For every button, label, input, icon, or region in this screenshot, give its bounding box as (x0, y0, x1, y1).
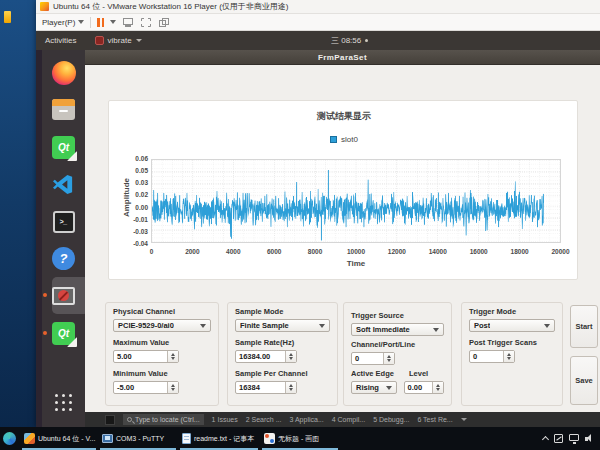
panel-search[interactable]: 2 Search ... (246, 416, 282, 423)
spin-arrows-icon[interactable] (167, 351, 178, 362)
spin-arrows-icon[interactable] (503, 351, 514, 362)
suspend-vm-icon[interactable] (97, 18, 104, 27)
taskbar-putty[interactable]: COM3 - PuTTY (98, 427, 178, 450)
qt-creator-icon: Qt (52, 136, 75, 159)
chart-legend: slot0 (109, 135, 579, 144)
help-icon: ? (52, 247, 75, 270)
spin-arrows-icon[interactable] (383, 353, 394, 364)
menu-separator (90, 17, 91, 28)
group-physical-channel: Physical Channel PCIE-9529-0/ai0 Maximum… (105, 302, 219, 406)
y-tick-label: 0.02 (135, 190, 148, 199)
pen-input-icon[interactable] (554, 434, 563, 443)
maximum-value-spinner[interactable]: 5.00 (113, 350, 179, 363)
y-tick-label: 0.03 (135, 178, 148, 187)
dock-app-grid[interactable] (49, 388, 78, 417)
group-sample: Sample Mode Finite Sample Sample Rate(Hz… (227, 302, 338, 406)
sample-rate-label: Sample Rate(Hz) (235, 338, 330, 348)
qtcreator-bottom-bar: Type to locate (Ctrl... 1 Issues 2 Searc… (85, 412, 600, 427)
trigger-mode-combo[interactable]: Post (469, 319, 555, 332)
spin-arrows-icon[interactable] (285, 382, 296, 393)
qtcreator-mode-icon[interactable] (105, 415, 115, 425)
level-spinner[interactable]: 0.00 (404, 381, 444, 394)
group-trigger-mode: Trigger Mode Post Post Trigger Scans 0 (461, 302, 563, 406)
vmware-icon (24, 433, 35, 444)
start-button[interactable]: Start (570, 305, 598, 348)
desktop-screen: Ubuntu 64 位 - VMware Workstation 16 Play… (0, 0, 600, 450)
vmware-window: Ubuntu 64 位 - VMware Workstation 16 Play… (36, 0, 600, 427)
physical-channel-combo[interactable]: PCIE-9529-0/ai0 (113, 319, 211, 332)
panel-application-output[interactable]: 3 Applica... (289, 416, 323, 423)
trigger-mode-label: Trigger Mode (469, 307, 555, 317)
chevron-down-icon[interactable] (110, 20, 116, 24)
app-grid-icon (55, 394, 73, 412)
sample-mode-combo[interactable]: Finite Sample (235, 319, 330, 332)
tray-expand-icon[interactable] (542, 436, 549, 443)
taskbar-paint[interactable]: 无标题 - 画图 (260, 427, 340, 450)
save-button[interactable]: Save (570, 356, 598, 405)
locator-field[interactable]: Type to locate (Ctrl... (123, 414, 204, 425)
trigger-source-label: Trigger Source (351, 311, 444, 321)
frmparaset-titlebar[interactable]: FrmParaSet (85, 50, 600, 65)
focused-app-icon (95, 36, 104, 45)
dock-help[interactable]: ? (49, 244, 78, 273)
spin-arrows-icon[interactable] (432, 382, 443, 393)
dock-qt-app[interactable]: Qt (49, 319, 78, 348)
y-axis-ticks: 0.060.050.030.020.00-0.01-0.03-0.04 (119, 154, 148, 248)
panel-test-results[interactable]: 6 Test Re... (417, 416, 452, 423)
chevron-down-icon (544, 324, 550, 328)
panel-compile-output[interactable]: 4 Compil... (332, 416, 365, 423)
spin-arrows-icon[interactable] (285, 351, 296, 362)
clock-menu[interactable]: 三 08:56 (331, 31, 368, 50)
panel-debugger[interactable]: 5 Debugg... (373, 416, 409, 423)
notification-dot-icon (365, 39, 368, 42)
waveform-plot (151, 159, 561, 243)
x-tick-label: 16000 (458, 248, 499, 255)
post-trigger-scans-spinner[interactable]: 0 (469, 350, 515, 363)
x-tick-label: 2000 (172, 248, 213, 255)
fullscreen-icon[interactable] (140, 17, 152, 28)
dock-screen-recorder[interactable] (49, 281, 78, 310)
ubuntu-topbar: Activities vibrate 三 08:56 (36, 31, 600, 50)
panel-issues[interactable]: 1 Issues (212, 416, 238, 423)
player-menu[interactable]: Player(P) (42, 18, 84, 27)
group-trigger-source: Trigger Source Soft Immediate Channel/Po… (343, 302, 452, 406)
x-tick-label: 14000 (417, 248, 458, 255)
x-axis-ticks: 0200040006000800010000120001400016000180… (131, 248, 581, 255)
desktop-shortcut-icon[interactable] (4, 11, 11, 23)
minimum-value-spinner[interactable]: -5.00 (113, 381, 179, 394)
chevron-down-icon (78, 20, 84, 24)
y-tick-label: -0.04 (133, 239, 148, 248)
trigger-source-combo[interactable]: Soft Immediate (351, 323, 444, 336)
putty-icon (102, 434, 113, 443)
search-icon (127, 417, 132, 422)
dock-qt-creator[interactable]: Qt (49, 133, 78, 162)
post-trigger-scans-label: Post Trigger Scans (469, 338, 555, 348)
x-tick-label: 12000 (376, 248, 417, 255)
taskbar-notepad[interactable]: readme.txt - 记事本 (178, 427, 260, 450)
sample-rate-spinner[interactable]: 16384.00 (235, 350, 297, 363)
x-axis-title: Time (151, 259, 561, 268)
vscode-icon (52, 173, 75, 196)
channel-port-line-spinner[interactable]: 0 (351, 352, 395, 365)
firefox-icon (52, 61, 76, 85)
dock-files[interactable] (49, 95, 78, 124)
sample-per-channel-spinner[interactable]: 16384 (235, 381, 297, 394)
display-icon[interactable] (569, 434, 579, 441)
edge-icon[interactable] (3, 432, 16, 445)
active-edge-combo[interactable]: Rising (351, 381, 397, 394)
spin-arrows-icon[interactable] (167, 382, 178, 393)
x-tick-label: 18000 (499, 248, 540, 255)
dock-terminal[interactable]: >_ (49, 207, 78, 236)
vmware-titlebar[interactable]: Ubuntu 64 位 - VMware Workstation 16 Play… (36, 0, 600, 14)
taskbar-vmware[interactable]: Ubuntu 64 位 - V... (20, 427, 98, 450)
ctrl-alt-del-icon[interactable] (122, 17, 134, 28)
unity-mode-icon[interactable] (158, 17, 170, 28)
dock-firefox[interactable] (49, 58, 78, 87)
volume-icon[interactable] (585, 434, 595, 443)
dock-vscode[interactable] (49, 170, 78, 199)
focused-app-menu[interactable]: vibrate (95, 36, 142, 45)
ubuntu-dock: Qt >_ ? Qt (42, 50, 85, 427)
chevron-down-icon[interactable] (461, 418, 467, 421)
terminal-icon: >_ (53, 211, 75, 233)
activities-button[interactable]: Activities (45, 36, 77, 45)
